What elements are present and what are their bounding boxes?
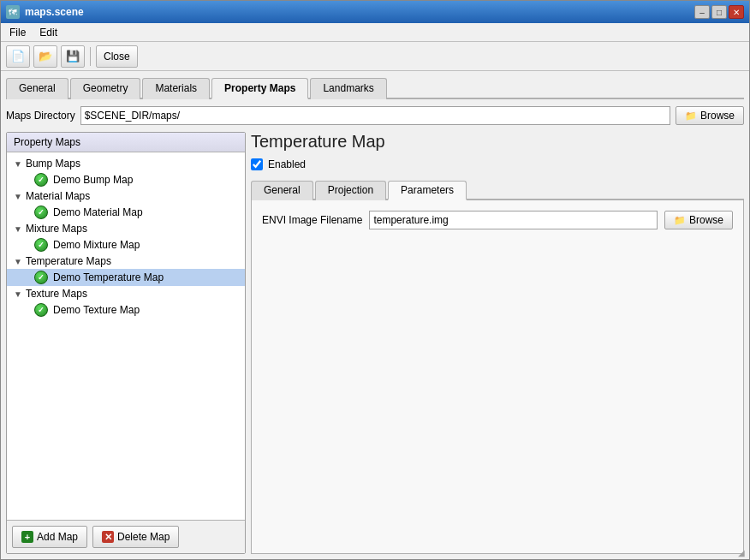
delete-map-button[interactable]: ✕ Delete Map [92, 526, 179, 548]
close-toolbar-button[interactable]: Close [96, 45, 138, 68]
resize-handle[interactable]: ◢ [738, 548, 748, 558]
envi-filename-label: ENVI Image Filename [262, 214, 362, 226]
maps-directory-label: Maps Directory [6, 110, 75, 122]
new-icon: 📄 [11, 50, 25, 63]
enabled-checkbox[interactable] [251, 158, 263, 170]
app-icon: 🗺 [6, 5, 20, 19]
check-icon [34, 271, 48, 284]
list-item[interactable]: Demo Mixture Map [7, 236, 245, 253]
right-panel-title: Temperature Map [251, 132, 744, 152]
menu-file[interactable]: File [4, 26, 31, 39]
maps-directory-browse-button[interactable]: 📁 Browse [676, 106, 744, 125]
inner-content: ENVI Image Filename 📁 Browse [251, 200, 744, 554]
envi-filename-input[interactable] [369, 211, 658, 229]
inner-tab-parameters[interactable]: Parameters [388, 181, 467, 200]
right-panel: Temperature Map Enabled General Projecti… [251, 132, 744, 554]
content-row: Property Maps ▼ Bump Maps Demo Bump Map [6, 132, 744, 554]
main-content: General Geometry Materials Property Maps… [1, 71, 749, 559]
toolbar: 📄 📂 💾 Close [1, 42, 749, 71]
check-icon [34, 303, 48, 317]
enabled-row: Enabled [251, 158, 744, 170]
check-icon [34, 238, 48, 252]
check-icon [34, 206, 48, 219]
group-temperature-maps: ▼ Temperature Maps Demo Temperature Map [7, 253, 245, 286]
list-item[interactable]: Demo Material Map [7, 204, 245, 221]
group-temperature-maps-header[interactable]: ▼ Temperature Maps [7, 253, 245, 269]
add-icon: + [21, 531, 33, 543]
group-bump-maps: ▼ Bump Maps Demo Bump Map [7, 156, 245, 188]
save-icon: 💾 [66, 50, 80, 63]
group-material-maps-header[interactable]: ▼ Material Maps [7, 188, 245, 204]
main-window: 🗺 maps.scene – □ ✕ File Edit 📄 📂 💾 Close [0, 0, 750, 560]
inner-tab-projection[interactable]: Projection [315, 181, 386, 200]
menu-edit[interactable]: Edit [34, 26, 62, 39]
envi-browse-button[interactable]: 📁 Browse [664, 211, 733, 229]
enabled-label: Enabled [268, 158, 306, 170]
title-bar-left: 🗺 maps.scene [6, 5, 84, 19]
bump-maps-arrow: ▼ [14, 159, 22, 169]
tab-landmarks[interactable]: Landmarks [310, 78, 386, 99]
open-icon: 📂 [39, 50, 52, 63]
delete-icon: ✕ [102, 531, 114, 543]
browse-icon-2: 📁 [674, 215, 686, 226]
maps-directory-input[interactable] [80, 106, 670, 125]
list-item[interactable]: Demo Bump Map [7, 171, 245, 188]
tab-materials[interactable]: Materials [142, 78, 210, 99]
mixture-maps-arrow: ▼ [14, 224, 22, 234]
tab-geometry[interactable]: Geometry [70, 78, 141, 99]
tree-header: Property Maps [7, 133, 245, 152]
group-mixture-maps-header[interactable]: ▼ Mixture Maps [7, 221, 245, 236]
open-button[interactable]: 📂 [33, 45, 57, 68]
group-mixture-maps: ▼ Mixture Maps Demo Mixture Map [7, 221, 245, 253]
tab-general[interactable]: General [6, 78, 68, 99]
list-item[interactable]: Demo Temperature Map [7, 269, 245, 286]
toolbar-separator [90, 47, 91, 66]
group-texture-maps: ▼ Texture Maps Demo Texture Map [7, 286, 245, 319]
tree-area: ▼ Bump Maps Demo Bump Map ▼ Material Map… [7, 152, 245, 520]
envi-filename-row: ENVI Image Filename 📁 Browse [262, 211, 733, 229]
left-panel: Property Maps ▼ Bump Maps Demo Bump Map [6, 132, 246, 554]
title-bar: 🗺 maps.scene – □ ✕ [1, 1, 749, 23]
group-texture-maps-header[interactable]: ▼ Texture Maps [7, 286, 245, 301]
new-button[interactable]: 📄 [6, 45, 30, 68]
main-tabs: General Geometry Materials Property Maps… [6, 76, 744, 99]
temperature-maps-arrow: ▼ [14, 257, 22, 266]
browse-icon: 📁 [685, 110, 697, 122]
maximize-button[interactable]: □ [711, 5, 727, 19]
menu-bar: File Edit [1, 23, 749, 42]
minimize-button[interactable]: – [694, 5, 710, 19]
title-controls: – □ ✕ [694, 5, 744, 19]
list-item[interactable]: Demo Texture Map [7, 301, 245, 319]
left-panel-footer: + Add Map ✕ Delete Map [7, 520, 245, 553]
maps-directory-row: Maps Directory 📁 Browse [6, 106, 744, 125]
add-map-button[interactable]: + Add Map [12, 526, 87, 548]
texture-maps-arrow: ▼ [14, 289, 22, 299]
group-material-maps: ▼ Material Maps Demo Material Map [7, 188, 245, 221]
material-maps-arrow: ▼ [14, 192, 22, 201]
check-icon [34, 173, 48, 187]
save-button[interactable]: 💾 [61, 45, 85, 68]
inner-tab-general[interactable]: General [251, 181, 313, 200]
inner-tabs: General Projection Parameters [251, 179, 744, 200]
window-close-button[interactable]: ✕ [729, 5, 744, 19]
window-title: maps.scene [25, 6, 84, 18]
tab-property-maps[interactable]: Property Maps [211, 78, 308, 99]
group-bump-maps-header[interactable]: ▼ Bump Maps [7, 156, 245, 171]
